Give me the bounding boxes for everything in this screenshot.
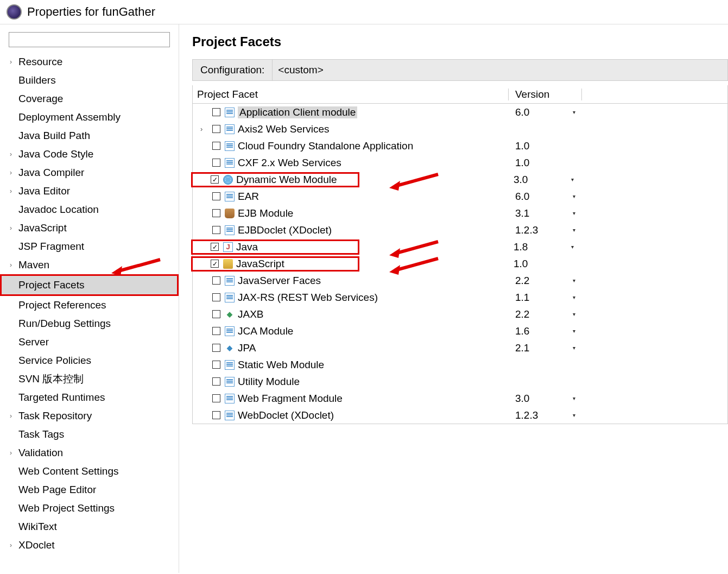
facet-checkbox[interactable] [212, 411, 220, 419]
facet-row[interactable]: JJava1.8▾ [193, 238, 727, 255]
facet-row[interactable]: WebDoclet (XDoclet)1.2.3▾ [193, 407, 727, 424]
facet-row[interactable]: EJBDoclet (XDoclet)1.2.3▾ [193, 222, 727, 238]
column-header-version[interactable]: Version [509, 89, 582, 100]
sidebar-item-project-references[interactable]: Project References [0, 296, 179, 314]
sidebar-item-service-policies[interactable]: Service Policies [0, 351, 179, 370]
facet-name-cell: JAX-RS (REST Web Services) [193, 292, 509, 304]
sidebar-item-targeted-runtimes[interactable]: Targeted Runtimes [0, 388, 179, 407]
facet-version-cell[interactable]: 1.6▾ [509, 325, 582, 337]
sidebar-item-project-facets[interactable]: Project Facets [0, 274, 179, 296]
facet-version-cell[interactable]: 2.1▾ [509, 342, 582, 354]
sidebar-item-label: Validation [18, 445, 63, 461]
facet-row[interactable]: Dynamic Web Module3.0▾ [193, 171, 727, 188]
facet-checkbox[interactable] [212, 394, 220, 402]
sidebar-item-deployment-assembly[interactable]: Deployment Assembly [0, 108, 179, 127]
sidebar-item-run-debug-settings[interactable]: Run/Debug Settings [0, 314, 179, 333]
facet-name-cell: Static Web Module [193, 359, 509, 371]
sidebar-item-coverage[interactable]: Coverage [0, 90, 179, 108]
facet-version-cell[interactable]: 2.2▾ [509, 308, 582, 320]
sidebar-item-resource[interactable]: ›Resource [0, 53, 179, 71]
facet-label: Static Web Module [238, 359, 324, 371]
facet-name-cell: Dynamic Web Module [191, 172, 359, 187]
facet-row[interactable]: JAX-RS (REST Web Services)1.1▾ [193, 289, 727, 306]
facet-checkbox[interactable] [212, 209, 220, 217]
sidebar-item-task-tags[interactable]: Task Tags [0, 425, 179, 444]
facet-checkbox[interactable] [212, 142, 220, 150]
facet-table-header: Project Facet Version [193, 85, 727, 104]
sidebar-item-task-repository[interactable]: ›Task Repository [0, 407, 179, 425]
facet-checkbox[interactable] [212, 159, 220, 167]
facet-row[interactable]: JavaServer Faces2.2▾ [193, 272, 727, 289]
facet-checkbox[interactable] [211, 260, 219, 268]
sidebar-item-builders[interactable]: Builders [0, 71, 179, 90]
facet-version-cell[interactable]: 6.0▾ [509, 191, 582, 203]
facet-row[interactable]: ›Axis2 Web Services [193, 121, 727, 137]
facet-checkbox[interactable] [212, 310, 220, 318]
facet-version-cell[interactable]: 3.0▾ [509, 393, 582, 405]
facet-version: 1.6 [515, 325, 529, 337]
sidebar-item-web-content-settings[interactable]: Web Content Settings [0, 462, 179, 481]
facet-checkbox[interactable] [212, 108, 220, 116]
facet-row[interactable]: Utility Module [193, 373, 727, 390]
sidebar-item-java-build-path[interactable]: Java Build Path [0, 127, 179, 145]
sidebar-item-web-page-editor[interactable]: Web Page Editor [0, 481, 179, 499]
facet-name-cell: JavaServer Faces [193, 275, 509, 287]
expand-arrow-icon[interactable]: › [200, 125, 202, 133]
doc-icon [225, 192, 235, 201]
facet-checkbox[interactable] [212, 125, 220, 133]
sidebar-item-svn-[interactable]: SVN 版本控制 [0, 370, 179, 388]
facet-row[interactable]: ◆JPA2.1▾ [193, 339, 727, 356]
facet-checkbox[interactable] [211, 243, 219, 251]
configuration-select[interactable]: <custom> [272, 60, 727, 80]
sidebar-item-javascript[interactable]: ›JavaScript [0, 219, 179, 237]
sidebar-item-maven[interactable]: ›Maven [0, 256, 179, 274]
sidebar-item-java-compiler[interactable]: ›Java Compiler [0, 163, 179, 182]
facet-version-cell[interactable]: 3.1▾ [509, 207, 582, 219]
facet-version-cell[interactable]: 6.0▾ [509, 106, 582, 118]
facet-row[interactable]: Cloud Foundry Standalone Application1.0 [193, 137, 727, 154]
facet-checkbox[interactable] [212, 344, 220, 352]
sidebar-item-java-editor[interactable]: ›Java Editor [0, 182, 179, 200]
sidebar-item-label: Maven [18, 257, 49, 273]
facet-version-cell[interactable]: 1.1▾ [509, 292, 582, 304]
facet-row[interactable]: Static Web Module [193, 356, 727, 373]
facet-checkbox[interactable] [211, 175, 219, 184]
main-panel: Project Facets Configuration: <custom> P… [179, 24, 728, 573]
facet-version-cell[interactable]: 1.2.3▾ [509, 224, 582, 236]
doc-icon [225, 276, 235, 286]
facet-checkbox[interactable] [212, 327, 220, 335]
expand-arrow-icon: › [10, 54, 17, 70]
facet-row[interactable]: Web Fragment Module3.0▾ [193, 390, 727, 407]
column-header-facet[interactable]: Project Facet [193, 89, 509, 100]
sidebar-item-validation[interactable]: ›Validation [0, 444, 179, 462]
facet-version-cell[interactable]: 1.2.3▾ [509, 409, 582, 421]
sidebar-item-wikitext[interactable]: WikiText [0, 518, 179, 536]
facet-checkbox[interactable] [212, 276, 220, 285]
facet-version-cell[interactable]: 1.8▾ [507, 241, 580, 253]
facet-row[interactable]: CXF 2.x Web Services1.0 [193, 154, 727, 171]
sidebar-item-java-code-style[interactable]: ›Java Code Style [0, 145, 179, 163]
facet-checkbox[interactable] [212, 293, 220, 301]
filter-input[interactable] [9, 32, 170, 47]
facet-version-cell[interactable]: 2.2▾ [509, 275, 582, 287]
sidebar-item-javadoc-location[interactable]: Javadoc Location [0, 200, 179, 219]
sidebar-item-web-project-settings[interactable]: Web Project Settings [0, 499, 179, 518]
sidebar-item-label: Java Editor [18, 183, 70, 199]
facet-row[interactable]: ◆JAXB2.2▾ [193, 306, 727, 323]
facet-row[interactable]: Application Client module6.0▾ [193, 104, 727, 121]
js-icon [223, 259, 233, 269]
facet-checkbox[interactable] [212, 377, 220, 386]
facet-version-cell[interactable]: 3.0▾ [507, 174, 580, 186]
facet-checkbox[interactable] [212, 361, 220, 369]
configuration-label: Configuration: [193, 64, 272, 76]
facet-checkbox[interactable] [212, 226, 220, 234]
facet-row[interactable]: EAR6.0▾ [193, 188, 727, 205]
sidebar-item-jsp-fragment[interactable]: JSP Fragment [0, 237, 179, 256]
facet-checkbox[interactable] [212, 192, 220, 200]
facet-row[interactable]: JCA Module1.6▾ [193, 323, 727, 339]
facet-table: Project Facet Version Application Client… [192, 85, 728, 424]
sidebar-item-server[interactable]: Server [0, 333, 179, 351]
facet-row[interactable]: EJB Module3.1▾ [193, 205, 727, 222]
facet-row[interactable]: JavaScript1.0 [193, 255, 727, 272]
sidebar-item-xdoclet[interactable]: ›XDoclet [0, 536, 179, 554]
